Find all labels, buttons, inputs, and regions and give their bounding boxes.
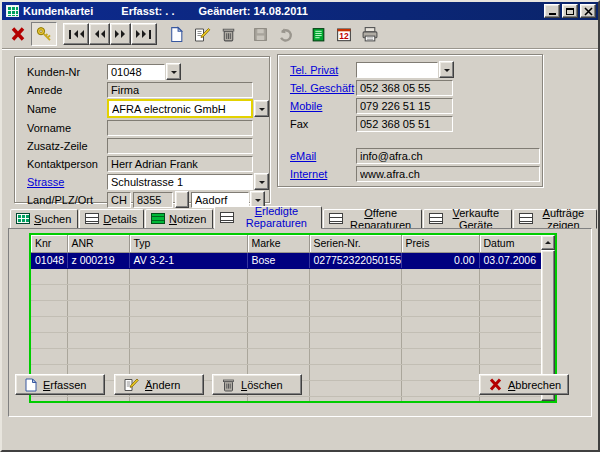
tel-privat-dropdown[interactable]	[439, 61, 454, 78]
abbrechen-button[interactable]: Abbrechen	[479, 374, 569, 395]
app-icon	[6, 5, 19, 17]
save-button[interactable]	[247, 22, 273, 46]
vorname-label: Vorname	[27, 122, 107, 134]
svg-text:12: 12	[339, 30, 349, 40]
mobile-input[interactable]	[356, 98, 453, 114]
notes-icon	[310, 26, 327, 43]
kunden-nr-input[interactable]	[107, 64, 165, 80]
list-icon	[85, 213, 99, 224]
land-plz-ort-label: Land/PLZ/Ort	[27, 194, 107, 206]
tel-geschaeft-input[interactable]	[356, 80, 453, 96]
kontaktperson-input[interactable]	[107, 156, 253, 172]
new-record-icon	[168, 26, 185, 43]
loeschen-button[interactable]: Löschen	[212, 374, 302, 395]
scroll-thumb[interactable]	[541, 250, 555, 386]
tab-notizen[interactable]: Notizen	[145, 209, 213, 229]
tab-label: Verkaufte Geräte	[447, 207, 505, 231]
delete-record-button[interactable]	[215, 22, 241, 46]
aendern-button[interactable]: Ändern	[114, 374, 204, 395]
tel-privat-input[interactable]	[356, 62, 438, 78]
print-button[interactable]	[357, 22, 383, 46]
calendar-button[interactable]: 12	[331, 22, 357, 46]
minimize-button[interactable]	[544, 4, 560, 18]
column-header-typ[interactable]: Typ	[129, 235, 247, 252]
email-input[interactable]	[356, 148, 540, 164]
trash-icon	[222, 378, 235, 392]
strasse-input[interactable]	[107, 174, 253, 190]
tab-auftraege-zeigen[interactable]: Aufträge zeigen	[513, 209, 597, 229]
print-icon	[360, 26, 380, 43]
fax-label: Fax	[290, 118, 356, 130]
name-dropdown[interactable]	[254, 100, 269, 117]
tab-label: Details	[103, 213, 137, 225]
column-header-serien-nr[interactable]: Serien-Nr.	[309, 235, 401, 252]
name-label: Name	[27, 103, 107, 115]
table-header-row: Knr ANR Typ Marke Serien-Nr. Preis Datum	[31, 235, 541, 252]
address-groupbox: Kunden-Nr Anrede Name Vorname Zusatz-Zei…	[14, 56, 270, 203]
column-header-datum[interactable]: Datum	[479, 235, 541, 252]
fax-input[interactable]	[356, 116, 453, 132]
internet-input[interactable]	[356, 166, 540, 182]
maximize-button[interactable]	[562, 4, 578, 18]
internet-link[interactable]: Internet	[290, 168, 356, 180]
scroll-up-button[interactable]	[541, 235, 555, 250]
chevron-down-icon	[259, 181, 265, 187]
tab-verkaufte-geraete[interactable]: Verkaufte Geräte	[423, 209, 512, 229]
delete-record-icon	[220, 26, 237, 43]
zusatz-zeile-input[interactable]	[107, 138, 253, 154]
edit-record-button[interactable]	[189, 22, 215, 46]
column-header-anr[interactable]: ANR	[67, 235, 129, 252]
list-icon	[220, 212, 234, 223]
column-header-marke[interactable]: Marke	[247, 235, 309, 252]
titlebar[interactable]: Kundenkartei Erfasst: . . Geändert: 14.0…	[2, 2, 598, 20]
note-icon	[151, 213, 165, 224]
empty-row	[31, 268, 541, 284]
email-link[interactable]: eMail	[290, 150, 356, 162]
strasse-link[interactable]: Strasse	[27, 176, 107, 188]
empty-row	[31, 316, 541, 332]
notes-button[interactable]	[305, 22, 331, 46]
kunden-nr-dropdown[interactable]	[166, 63, 181, 80]
chevron-down-icon	[171, 71, 177, 77]
cancel-icon	[489, 378, 502, 391]
first-record-button[interactable]	[63, 23, 89, 45]
tel-geschaeft-link[interactable]: Tel. Geschäft	[290, 82, 356, 94]
new-record-button[interactable]	[163, 22, 189, 46]
cancel-button[interactable]	[5, 22, 31, 46]
last-record-button[interactable]	[131, 23, 157, 45]
result-row[interactable]: 01048z 000219AV 3-2-1Bose027752322050155…	[31, 252, 541, 268]
undo-icon	[277, 26, 295, 43]
zusatz-zeile-label: Zusatz-Zeile	[27, 140, 107, 152]
name-input[interactable]	[107, 99, 253, 118]
save-icon	[252, 26, 269, 43]
erfassen-button[interactable]: Erfassen	[15, 374, 105, 395]
tab-offene-reparaturen[interactable]: Offene Reparaturen	[323, 209, 422, 229]
strasse-dropdown[interactable]	[254, 173, 269, 190]
contact-groupbox: Tel. Privat Tel. Geschäft Mobile Fax eMa…	[277, 54, 543, 187]
tab-suchen[interactable]: Suchen	[10, 209, 78, 229]
erfassen-label: Erfassen	[43, 379, 86, 391]
chevron-down-icon	[259, 108, 265, 114]
tab-details[interactable]: Details	[79, 209, 144, 229]
undo-button[interactable]	[273, 22, 299, 46]
chevron-down-icon	[444, 69, 450, 75]
key-icon	[35, 25, 54, 43]
minimize-icon	[549, 13, 556, 15]
tel-privat-link[interactable]: Tel. Privat	[290, 64, 356, 76]
anrede-input[interactable]	[107, 82, 253, 98]
empty-row	[31, 396, 541, 401]
next-record-button[interactable]	[110, 23, 131, 45]
key-button[interactable]	[31, 22, 57, 46]
table-icon	[16, 213, 30, 224]
arrow-up-icon	[545, 238, 551, 244]
previous-record-button[interactable]	[89, 23, 110, 45]
column-header-knr[interactable]: Knr	[31, 235, 67, 252]
mobile-link[interactable]: Mobile	[290, 100, 356, 112]
abbrechen-label: Abbrechen	[508, 379, 561, 391]
column-header-preis[interactable]: Preis	[401, 235, 479, 252]
vorname-input[interactable]	[107, 120, 253, 136]
close-button[interactable]	[580, 4, 596, 18]
tab-label: Aufträge zeigen	[537, 207, 590, 231]
chevron-down-icon	[255, 199, 261, 205]
tab-erledigte-reparaturen[interactable]: Erledigte Reparaturen	[214, 206, 321, 229]
